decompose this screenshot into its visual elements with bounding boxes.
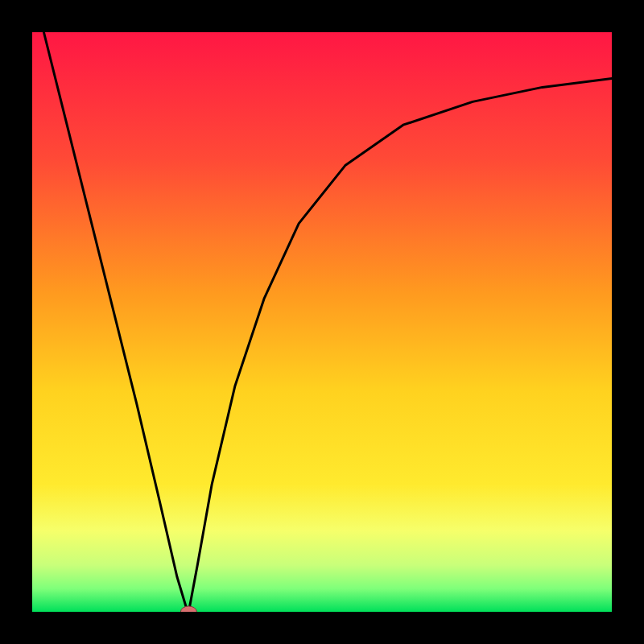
frame-bottom xyxy=(0,612,644,644)
watermark-text: TheBottleneck.com xyxy=(443,5,609,25)
frame-right xyxy=(612,0,644,644)
watermark-slot: TheBottleneck.com xyxy=(443,5,609,26)
chart-stage: TheBottleneck.com xyxy=(0,0,644,644)
gradient-background xyxy=(32,32,612,612)
frame-left xyxy=(0,0,32,644)
chart-svg xyxy=(0,0,644,644)
